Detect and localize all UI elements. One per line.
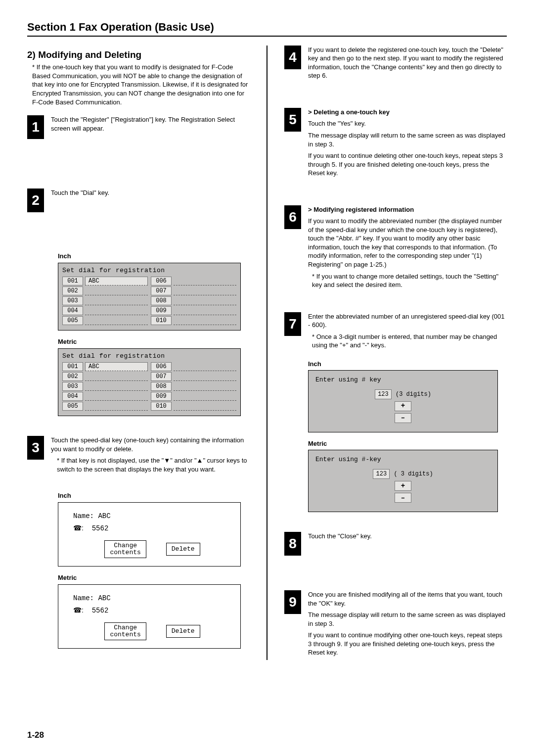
change-contents-button[interactable]: Changecontents [104, 540, 146, 559]
page-number: 1-28 [27, 730, 44, 741]
intro-note: * If the one-touch key that you want to … [32, 63, 250, 106]
dial-value[interactable]: ABC [85, 277, 148, 285]
dial-key[interactable]: 003 [62, 296, 83, 305]
enter-header: Enter using # key [315, 376, 490, 384]
dial-key[interactable]: 006 [151, 277, 172, 285]
left-column: 2) Modifying and Deleting * If the one-t… [27, 46, 250, 660]
dial-empty[interactable] [174, 362, 236, 371]
enter-header: Enter using #-key [315, 455, 490, 464]
plus-button[interactable]: + [395, 481, 411, 491]
delete-button[interactable]: Delete [166, 543, 200, 556]
dial-empty[interactable] [174, 316, 236, 325]
plus-button[interactable]: + [395, 401, 411, 411]
step-body: Touch the "Register" ["Registration"] ke… [51, 115, 250, 136]
two-column-layout: 2) Modifying and Deleting * If the one-t… [27, 46, 507, 660]
step-text: If you want to continue modifying other … [308, 631, 507, 657]
tel-value: 5562 [92, 607, 109, 614]
step-body: Enter the abbreviated number of an unreg… [308, 312, 507, 353]
step-1: 1 Touch the "Register" ["Registration"] … [27, 115, 250, 139]
dial-value[interactable]: ABC [85, 362, 148, 371]
dial-key[interactable]: 008 [151, 296, 172, 305]
dial-mock-metric: Set dial for registration 001ABC 002 003… [58, 348, 241, 417]
step-text: Enter the abbreviated number of an unreg… [308, 312, 507, 330]
dial-key[interactable]: 005 [62, 402, 83, 411]
step-text: The message display will return to the s… [308, 131, 507, 148]
variant-label-metric: Metric [58, 573, 250, 582]
step-number: 8 [284, 532, 301, 556]
dial-empty[interactable] [85, 382, 148, 391]
step-number: 5 [284, 108, 301, 132]
step-4: 4 If you want to delete the registered o… [284, 46, 507, 83]
step-7: 7 Enter the abbreviated number of an unr… [284, 312, 507, 353]
name-value: ABC [98, 594, 110, 602]
dial-key[interactable]: 001 [62, 277, 83, 285]
step-number: 4 [284, 46, 301, 69]
number-input[interactable]: 123 [375, 389, 392, 399]
dial-key[interactable]: 007 [151, 286, 172, 295]
dial-empty[interactable] [174, 296, 236, 305]
minus-button[interactable]: – [395, 493, 411, 503]
dial-key[interactable]: 008 [151, 382, 172, 391]
section-title: Section 1 Fax Operation (Basic Use) [27, 20, 507, 35]
dial-empty[interactable] [85, 392, 148, 401]
dial-empty[interactable] [174, 372, 236, 381]
number-input[interactable]: 123 [373, 469, 390, 479]
dial-key[interactable]: 007 [151, 372, 172, 381]
step-text: Touch the "Register" ["Registration"] ke… [51, 115, 250, 133]
dial-empty[interactable] [174, 402, 236, 411]
dial-key[interactable]: 009 [151, 306, 172, 315]
detail-mock-inch: Name: ABC ☎: 5562 Changecontents Delete [58, 502, 241, 567]
dial-header: Set dial for registration [62, 352, 236, 361]
step-text: If you want to modify the abbreviated nu… [308, 217, 507, 269]
step-body: Once you are finished modifying all of t… [308, 590, 507, 660]
dial-empty[interactable] [85, 296, 148, 305]
step-text: Touch the "Yes" key. [308, 119, 507, 128]
dial-empty[interactable] [174, 277, 236, 285]
enter-mock-inch: Enter using # key 123 (3 digits) + – [308, 370, 498, 432]
dial-key[interactable]: 004 [62, 392, 83, 401]
step-subheader: > Modifying registered information [308, 205, 507, 214]
variant-label-inch: Inch [58, 252, 250, 261]
dial-key[interactable]: 005 [62, 316, 83, 325]
digits-hint: ( 3 digits) [394, 470, 433, 478]
step-body: Touch the "Close" key. [308, 532, 507, 544]
dial-empty[interactable] [85, 316, 148, 325]
dial-key[interactable]: 010 [151, 316, 172, 325]
dial-empty[interactable] [174, 286, 236, 295]
dial-empty[interactable] [85, 372, 148, 381]
dial-key[interactable]: 002 [62, 372, 83, 381]
dial-key[interactable]: 001 [62, 362, 83, 371]
minus-button[interactable]: – [395, 413, 411, 423]
dial-empty[interactable] [174, 306, 236, 315]
dial-key[interactable]: 004 [62, 306, 83, 315]
name-value: ABC [98, 512, 110, 520]
dial-empty[interactable] [174, 392, 236, 401]
dial-empty[interactable] [85, 306, 148, 315]
step-number: 2 [27, 189, 44, 212]
detail-mock-metric: Name: ABC ☎: 5562 Changecontents Delete [58, 584, 241, 649]
delete-button[interactable]: Delete [166, 625, 200, 638]
step-body: Touch the speed-dial key (one-touch key)… [51, 436, 250, 476]
column-divider [267, 46, 267, 660]
variant-label-metric: Metric [308, 439, 507, 448]
dial-header: Set dial for registration [62, 266, 236, 275]
step-text: If you want to delete the registered one… [308, 46, 507, 80]
dial-empty[interactable] [85, 402, 148, 411]
dial-key[interactable]: 002 [62, 286, 83, 295]
step-number: 3 [27, 436, 44, 460]
step-3: 3 Touch the speed-dial key (one-touch ke… [27, 436, 250, 476]
dial-empty[interactable] [174, 382, 236, 391]
dial-key[interactable]: 006 [151, 362, 172, 371]
subsection-title: 2) Modifying and Deleting [27, 48, 250, 61]
step-text: Touch the "Close" key. [308, 532, 507, 541]
step-text: Touch the speed-dial key (one-touch key)… [51, 436, 250, 453]
dial-key[interactable]: 003 [62, 382, 83, 391]
step-body: > Deleting a one-touch key Touch the "Ye… [308, 108, 507, 181]
dial-key[interactable]: 009 [151, 392, 172, 401]
dial-empty[interactable] [85, 286, 148, 295]
right-column: 4 If you want to delete the registered o… [284, 46, 507, 660]
dial-key[interactable]: 010 [151, 402, 172, 411]
step-note: * If you want to change more detailed se… [308, 272, 507, 289]
change-contents-button[interactable]: Changecontents [104, 622, 146, 641]
header-rule: Section 1 Fax Operation (Basic Use) [27, 20, 507, 37]
